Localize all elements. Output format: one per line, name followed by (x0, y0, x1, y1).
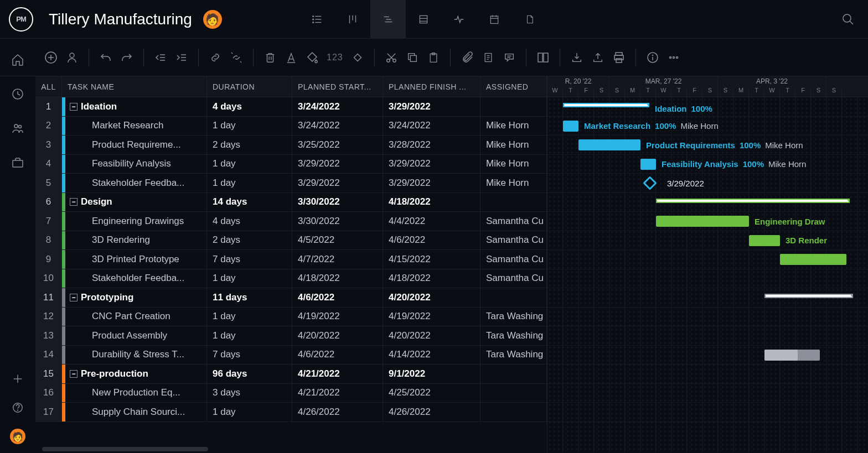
task-name-cell[interactable]: CNC Part Creation (65, 311, 170, 322)
view-list-icon[interactable] (299, 0, 335, 39)
table-row[interactable]: 6 − Design 14 days 3/30/2022 4/18/2022 (35, 193, 547, 212)
planned-finish-cell[interactable]: 3/24/2022 (383, 117, 480, 136)
task-name-cell[interactable]: − Ideation (65, 101, 117, 112)
task-name-cell[interactable]: New Production Eq... (65, 387, 180, 398)
search-icon[interactable] (841, 13, 855, 26)
view-gantt-icon[interactable] (370, 0, 406, 39)
table-row[interactable]: 10 Stakeholder Feedba... 1 day 4/18/2022… (35, 269, 547, 289)
info-icon[interactable] (646, 51, 659, 64)
table-row[interactable]: 2 Market Research 1 day 3/24/2022 3/24/2… (35, 117, 547, 136)
wbs-number-icon[interactable]: 123 (327, 53, 343, 63)
assigned-cell[interactable]: Mike Horn (480, 117, 547, 136)
task-name-cell[interactable]: Durability & Stress T... (65, 349, 184, 360)
table-row[interactable]: 16 New Production Eq... 3 days 4/21/2022… (35, 384, 547, 403)
link-icon[interactable] (209, 51, 222, 64)
table-row[interactable]: 11 − Prototyping 11 days 4/6/2022 4/20/2… (35, 288, 547, 308)
gantt-bar[interactable]: Ideation 100% (563, 103, 649, 107)
duration-cell[interactable]: 14 days (207, 193, 292, 212)
assigned-cell[interactable] (480, 365, 547, 383)
table-row[interactable]: 17 Supply Chain Sourci... 1 day 4/26/202… (35, 403, 547, 422)
text-style-icon[interactable] (285, 51, 298, 64)
task-name-cell[interactable]: − Pre-production (65, 368, 148, 379)
gantt-milestone[interactable] (643, 176, 657, 190)
table-row[interactable]: 15 − Pre-production 96 days 4/21/2022 9/… (35, 365, 547, 384)
assigned-cell[interactable]: Samantha Cu (480, 212, 547, 231)
table-row[interactable]: 13 Product Assembly 1 day 4/20/2022 4/20… (35, 326, 547, 346)
assigned-cell[interactable]: Mike Horn (480, 136, 547, 154)
planned-start-cell[interactable]: 4/20/2022 (292, 326, 383, 345)
task-name-cell[interactable]: Engineering Drawings (65, 216, 184, 227)
task-name-cell[interactable]: − Prototyping (65, 292, 133, 303)
import-icon[interactable] (570, 51, 583, 64)
duration-cell[interactable]: 1 day (207, 326, 292, 345)
col-header-planned-start[interactable]: PLANNED START... (292, 76, 383, 97)
planned-start-cell[interactable]: 4/21/2022 (292, 365, 383, 383)
duration-cell[interactable]: 2 days (207, 136, 292, 154)
comment-icon[interactable] (503, 51, 516, 64)
table-row[interactable]: 4 Feasibility Analysis 1 day 3/29/2022 3… (35, 155, 547, 174)
collapse-icon[interactable]: − (70, 198, 78, 206)
planned-start-cell[interactable]: 3/24/2022 (292, 97, 383, 116)
table-row[interactable]: 9 3D Printed Prototype 7 days 4/7/2022 4… (35, 250, 547, 269)
people-icon[interactable] (10, 121, 25, 136)
planned-finish-cell[interactable]: 4/20/2022 (383, 326, 480, 345)
task-name-cell[interactable]: 3D Printed Prototype (65, 254, 179, 265)
table-row[interactable]: 1 − Ideation 4 days 3/24/2022 3/29/2022 (35, 97, 547, 117)
planned-start-cell[interactable]: 4/19/2022 (292, 308, 383, 326)
assigned-cell[interactable]: Samantha Cu (480, 231, 547, 250)
paste-icon[interactable] (427, 51, 440, 64)
task-name-cell[interactable]: Product Requireme... (65, 139, 181, 150)
gantt-bar[interactable] (656, 199, 850, 203)
collapse-icon[interactable]: − (70, 294, 78, 301)
planned-start-cell[interactable]: 3/24/2022 (292, 117, 383, 136)
task-name-cell[interactable]: Supply Chain Sourci... (65, 407, 185, 418)
assigned-cell[interactable]: Tara Washing (480, 326, 547, 345)
planned-finish-cell[interactable]: 4/25/2022 (383, 384, 480, 403)
col-header-all[interactable]: ALL (35, 76, 62, 97)
assigned-cell[interactable]: Mike Horn (480, 155, 547, 174)
add-task-icon[interactable] (44, 51, 58, 64)
gantt-bar[interactable] (764, 350, 820, 361)
duration-cell[interactable]: 7 days (207, 250, 292, 269)
task-name-cell[interactable]: Stakeholder Feedba... (65, 273, 184, 284)
col-header-assigned[interactable]: ASSIGNED (480, 76, 547, 97)
planned-finish-cell[interactable]: 4/18/2022 (383, 193, 480, 212)
home-icon[interactable] (10, 52, 25, 67)
planned-start-cell[interactable]: 4/21/2022 (292, 384, 383, 403)
duration-cell[interactable]: 96 days (207, 365, 292, 383)
duration-cell[interactable]: 1 day (207, 403, 292, 421)
current-user-avatar[interactable]: 🧑 (10, 429, 25, 444)
fill-color-icon[interactable] (306, 51, 319, 64)
help-icon[interactable] (10, 400, 25, 415)
assigned-cell[interactable] (480, 97, 547, 116)
horizontal-scrollbar[interactable] (35, 445, 547, 453)
planned-finish-cell[interactable]: 4/18/2022 (383, 269, 480, 288)
planned-finish-cell[interactable]: 3/28/2022 (383, 136, 480, 154)
assigned-cell[interactable]: Tara Washing (480, 308, 547, 326)
task-name-cell[interactable]: Market Research (65, 120, 163, 131)
col-header-planned-finish[interactable]: PLANNED FINISH ... (383, 76, 480, 97)
assigned-cell[interactable] (480, 288, 547, 307)
copy-icon[interactable] (406, 51, 419, 64)
assign-user-icon[interactable] (65, 51, 79, 64)
project-title[interactable]: Tillery Manufacturing (49, 11, 192, 28)
assigned-cell[interactable] (480, 403, 547, 421)
planned-finish-cell[interactable]: 3/29/2022 (383, 97, 480, 116)
planned-finish-cell[interactable]: 4/14/2022 (383, 346, 480, 365)
table-row[interactable]: 3 Product Requireme... 2 days 3/25/2022 … (35, 136, 547, 155)
milestone-icon[interactable] (351, 51, 364, 64)
planned-start-cell[interactable]: 4/5/2022 (292, 231, 383, 250)
project-owner-avatar[interactable]: 🧑 (203, 10, 222, 29)
planned-finish-cell[interactable]: 4/4/2022 (383, 212, 480, 231)
task-name-cell[interactable]: 3D Rendering (65, 235, 150, 246)
cut-icon[interactable] (385, 51, 398, 64)
planned-finish-cell[interactable]: 3/29/2022 (383, 174, 480, 192)
gantt-body[interactable]: Ideation 100%Market Research 100% Mike H… (547, 97, 868, 453)
duration-cell[interactable]: 1 day (207, 155, 292, 174)
undo-icon[interactable] (99, 51, 112, 64)
view-board-icon[interactable] (335, 0, 370, 39)
duration-cell[interactable]: 1 day (207, 269, 292, 288)
gantt-bar[interactable] (780, 254, 846, 265)
duration-cell[interactable]: 1 day (207, 308, 292, 326)
planned-start-cell[interactable]: 3/30/2022 (292, 212, 383, 231)
